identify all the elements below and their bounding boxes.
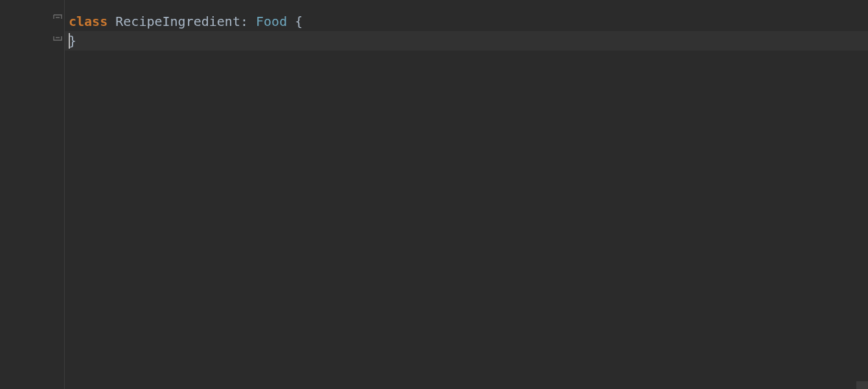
brace-token: { xyxy=(295,14,303,29)
gutter-icon-column: ↓ xyxy=(0,0,26,389)
fold-close-icon[interactable] xyxy=(53,32,62,41)
space-token xyxy=(248,14,256,29)
fold-minus-bottom-icon xyxy=(53,32,62,41)
code-line-1[interactable]: class RecipeIngredient: Food { xyxy=(65,12,868,31)
keyword-token: class xyxy=(69,14,108,29)
fold-open-icon[interactable] xyxy=(53,14,62,23)
code-editor[interactable]: ↓ class RecipeIngredient: Food { } xyxy=(0,0,868,389)
code-line-2[interactable]: } xyxy=(65,31,868,51)
space-token xyxy=(287,14,295,29)
scrollbar-corner xyxy=(856,381,868,389)
code-text-area[interactable]: class RecipeIngredient: Food { } xyxy=(65,0,868,389)
type-token: Food xyxy=(256,14,287,29)
classname-token: RecipeIngredient xyxy=(115,14,240,29)
fold-gutter[interactable] xyxy=(52,0,65,389)
text-cursor xyxy=(69,33,70,49)
line-number-gutter[interactable] xyxy=(26,0,52,389)
colon-token: : xyxy=(240,14,248,29)
fold-minus-top-icon xyxy=(53,14,62,23)
space-token xyxy=(108,14,115,29)
